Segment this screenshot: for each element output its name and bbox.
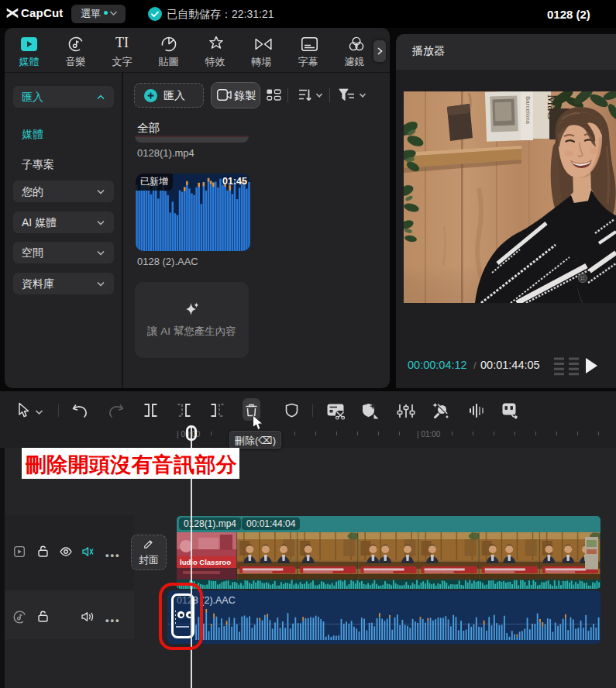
svg-text:ludio Classroo: ludio Classroo — [180, 558, 231, 566]
